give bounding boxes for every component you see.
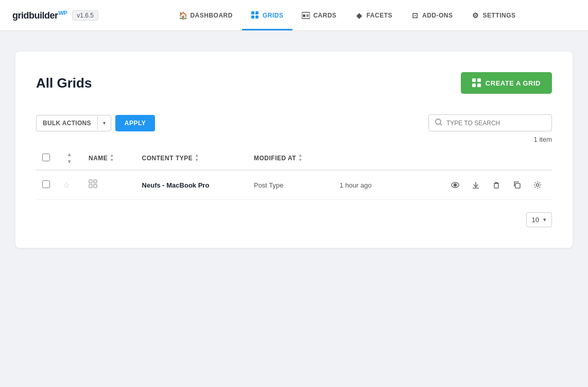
svg-point-24 (537, 184, 539, 187)
table-row: ☆ Neufs - MacBook Pro Post Type 1 hour a… (36, 170, 552, 200)
actions-column-header (334, 146, 396, 170)
svg-line-13 (440, 124, 442, 125)
view-icon[interactable] (447, 177, 463, 193)
row-checkbox[interactable] (42, 180, 50, 188)
row-modified-at: 1 hour ago (334, 170, 396, 200)
main-nav: 🏠 DASHBOARD GRIDS (119, 0, 576, 30)
header: gridbuilderWP v1.6.5 🏠 DASHBOARD GRIDS (0, 0, 588, 31)
cards-icon (302, 11, 310, 20)
download-icon[interactable] (468, 177, 484, 193)
create-grid-icon (472, 78, 481, 88)
row-checkbox-cell (36, 170, 57, 200)
sort-down-icon[interactable]: ▼ (67, 159, 72, 164)
svg-point-19 (454, 184, 457, 187)
svg-rect-16 (89, 184, 92, 188)
settings-icon: ⚙ (471, 11, 479, 20)
dashboard-icon: 🏠 (179, 11, 187, 20)
nav-item-grids[interactable]: GRIDS (242, 0, 293, 30)
delete-icon[interactable] (488, 177, 505, 193)
table-header: ▲ ▼ NAME ▲▼ CONT (36, 146, 552, 170)
svg-rect-23 (515, 183, 520, 188)
bulk-actions-label: BULK ACTIONS (37, 115, 97, 131)
grids-table: ▲ ▼ NAME ▲▼ CONT (36, 146, 552, 200)
content-card: All Grids CREATE A GRID BULK ACTIONS ▾ A… (15, 52, 573, 248)
toolbar-left: BULK ACTIONS ▾ APPLY (36, 115, 155, 131)
svg-rect-22 (494, 183, 498, 188)
svg-rect-10 (472, 83, 476, 87)
svg-rect-0 (251, 11, 254, 14)
svg-rect-2 (251, 15, 254, 19)
content-type-sort-icon[interactable]: ▲▼ (195, 154, 199, 162)
star-icon[interactable]: ☆ (63, 181, 70, 190)
settings-row-icon[interactable] (529, 177, 546, 193)
svg-rect-14 (89, 180, 92, 183)
svg-rect-9 (477, 78, 481, 82)
pagination-bar: 10 ▾ (36, 212, 552, 227)
per-page-arrow-icon[interactable]: ▾ (543, 216, 546, 223)
version-badge: v1.6.5 (72, 10, 98, 21)
search-box[interactable] (428, 114, 552, 131)
nav-item-cards[interactable]: CARDS (292, 0, 345, 30)
svg-rect-15 (94, 180, 97, 183)
logo-area: gridbuilderWP v1.6.5 (12, 10, 98, 21)
sort-up-icon[interactable]: ▲ (67, 152, 72, 157)
row-name: Neufs - MacBook Pro (136, 170, 248, 200)
svg-rect-3 (255, 15, 258, 19)
page-title: All Grids (36, 75, 92, 91)
apply-button[interactable]: APPLY (115, 115, 155, 131)
per-page-value: 10 (532, 216, 539, 224)
nav-item-settings[interactable]: ⚙ SETTINGS (462, 0, 525, 30)
row-star-cell: ☆ (57, 170, 82, 200)
nav-item-facets[interactable]: ◆ FACETS (346, 0, 402, 30)
grids-icon (251, 11, 260, 20)
content-type-column-header: CONTENT TYPE ▲▼ (136, 146, 248, 170)
table-body: ☆ Neufs - MacBook Pro Post Type 1 hour a… (36, 170, 552, 200)
row-grid-icon-cell (82, 170, 136, 200)
logo: gridbuilderWP (12, 10, 67, 21)
modified-at-column-header: MODIFIED AT ▲▼ (248, 146, 334, 170)
addons-icon: ⊡ (411, 11, 419, 20)
bulk-actions-dropdown[interactable]: BULK ACTIONS ▾ (36, 115, 111, 131)
svg-rect-8 (472, 78, 476, 82)
svg-rect-17 (94, 184, 97, 188)
svg-rect-11 (477, 83, 481, 87)
select-all-checkbox[interactable] (42, 154, 50, 161)
svg-point-12 (436, 119, 441, 124)
nav-item-addons[interactable]: ⊡ ADD-ONS (402, 0, 462, 30)
search-icon (435, 119, 442, 127)
duplicate-icon[interactable] (509, 177, 525, 193)
select-all-column (36, 146, 57, 170)
grid-layout-icon[interactable] (89, 180, 97, 190)
search-input[interactable] (446, 120, 545, 127)
nav-item-dashboard[interactable]: 🏠 DASHBOARD (169, 0, 242, 30)
per-page-select[interactable]: 10 ▾ (526, 212, 552, 227)
svg-rect-5 (303, 14, 305, 17)
svg-rect-1 (255, 11, 258, 14)
name-sort-icon[interactable]: ▲▼ (110, 154, 114, 162)
facets-icon: ◆ (355, 11, 364, 20)
row-actions-cell (396, 170, 552, 200)
modified-sort-icon[interactable]: ▲▼ (298, 154, 302, 162)
main-wrapper: All Grids CREATE A GRID BULK ACTIONS ▾ A… (0, 31, 588, 387)
page-header: All Grids CREATE A GRID (36, 72, 552, 94)
bulk-actions-arrow-icon[interactable]: ▾ (97, 116, 111, 130)
row-content-type: Post Type (248, 170, 334, 200)
toolbar: BULK ACTIONS ▾ APPLY (36, 114, 552, 131)
create-grid-button[interactable]: CREATE A GRID (461, 72, 552, 94)
name-column-header: NAME ▲▼ (82, 146, 136, 170)
sort-arrows-column: ▲ ▼ (57, 146, 82, 170)
item-count: 1 item (36, 136, 552, 143)
